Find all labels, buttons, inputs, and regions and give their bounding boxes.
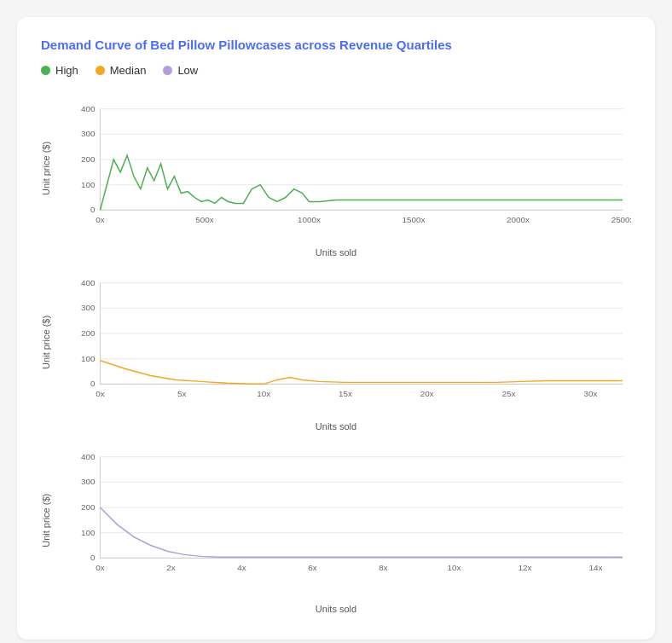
svg-text:0x: 0x [96,389,104,398]
x-axis-label-high: Units sold [41,247,631,258]
svg-text:10x: 10x [257,389,270,398]
svg-text:0: 0 [90,205,96,214]
legend-dot-high [41,66,50,75]
legend-item-median: Median [96,64,147,77]
page-title: Demand Curve of Bed Pillow Pillowcases a… [41,38,631,52]
chart-median: Unit price ($) 0 100 200 300 [41,266,631,432]
legend-label-high: High [55,64,78,77]
svg-text:4x: 4x [237,563,246,572]
legend: High Median Low [41,64,631,77]
svg-text:100: 100 [81,180,96,189]
svg-text:25x: 25x [502,389,516,398]
chart-high: Unit price ($) 0 100 200 300 [41,92,631,258]
x-axis-label-low: Units sold [41,604,631,614]
svg-text:1000x: 1000x [298,215,321,224]
svg-text:400: 400 [81,104,96,113]
chart-area-median: 0 100 200 300 400 0x 5x 10x 15x 20x 25x … [58,266,631,418]
svg-text:0: 0 [90,553,96,562]
main-card: Demand Curve of Bed Pillow Pillowcases a… [17,17,655,640]
svg-text:200: 200 [81,328,96,338]
svg-text:100: 100 [81,354,96,363]
svg-text:300: 300 [81,477,96,486]
chart-svg-median: 0 100 200 300 400 0x 5x 10x 15x 20x 25x … [58,266,631,418]
chart-svg-low: 0 100 200 300 400 0x 2x 4x 6x 8x 10x 12x… [58,440,631,600]
svg-text:200: 200 [81,502,96,512]
chart-low: Unit price ($) 0 100 200 300 [41,440,631,614]
svg-text:500x: 500x [195,215,213,224]
legend-dot-median [96,66,105,75]
svg-text:400: 400 [81,451,96,461]
svg-text:1500x: 1500x [403,215,426,224]
svg-text:30x: 30x [584,389,598,398]
svg-text:6x: 6x [308,563,316,572]
legend-label-low: Low [177,64,198,77]
legend-label-median: Median [110,64,147,77]
svg-text:2x: 2x [166,563,175,572]
svg-text:15x: 15x [339,389,352,398]
chart-area-low: 0 100 200 300 400 0x 2x 4x 6x 8x 10x 12x… [58,440,631,600]
svg-text:20x: 20x [420,389,434,398]
y-axis-label-high: Unit price ($) [41,92,55,244]
legend-item-high: High [41,64,78,77]
chart-area-high: 0 100 200 300 400 0x 500x 1000x 1500x 20… [58,92,631,244]
legend-item-low: Low [163,64,198,77]
svg-text:2000x: 2000x [507,215,530,224]
svg-text:300: 300 [81,129,96,138]
y-axis-label-low: Unit price ($) [41,440,55,600]
svg-text:0: 0 [90,379,96,388]
legend-dot-low [163,66,172,75]
svg-text:200: 200 [81,154,96,164]
svg-text:5x: 5x [177,389,186,398]
svg-text:2500x: 2500x [611,215,631,224]
y-axis-label-median: Unit price ($) [41,266,55,418]
svg-text:12x: 12x [518,563,532,572]
svg-text:8x: 8x [379,563,387,572]
svg-text:300: 300 [81,303,96,312]
svg-text:400: 400 [81,278,96,287]
chart-svg-high: 0 100 200 300 400 0x 500x 1000x 1500x 20… [58,92,631,244]
svg-text:100: 100 [81,527,96,536]
svg-text:10x: 10x [447,563,461,572]
svg-text:0x: 0x [96,215,104,224]
svg-text:14x: 14x [589,563,603,572]
x-axis-label-median: Units sold [41,421,631,432]
svg-text:0x: 0x [96,563,104,572]
